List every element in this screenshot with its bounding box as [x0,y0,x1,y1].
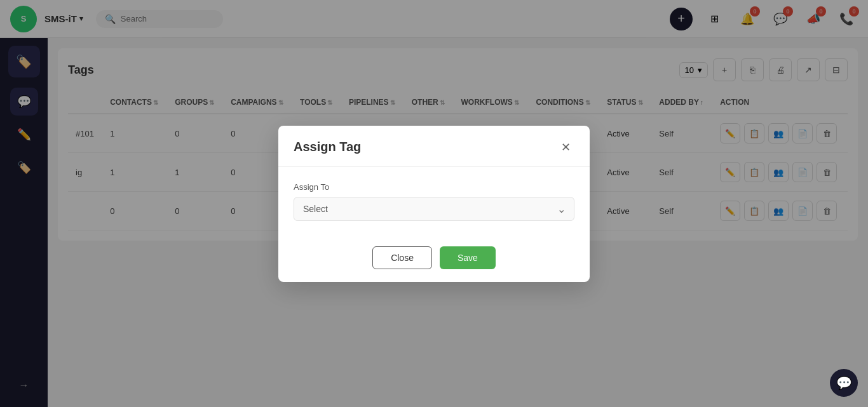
assign-tag-modal: Assign Tag ✕ Assign To Select Close Save [278,126,590,282]
assign-to-label: Assign To [294,182,574,192]
modal-body: Assign To Select [278,167,590,236]
save-button[interactable]: Save [440,246,496,269]
chat-widget-icon: 💬 [836,375,852,390]
modal-footer: Close Save [278,236,590,282]
modal-close-button[interactable]: ✕ [557,138,574,156]
close-button[interactable]: Close [372,246,432,269]
select-wrapper: Select [294,197,574,221]
modal-header: Assign Tag ✕ [278,126,590,167]
modal-title: Assign Tag [294,140,361,154]
chat-widget[interactable]: 💬 [830,369,858,397]
assign-to-select[interactable]: Select [294,197,574,221]
modal-overlay[interactable]: Assign Tag ✕ Assign To Select Close Save [0,0,868,407]
